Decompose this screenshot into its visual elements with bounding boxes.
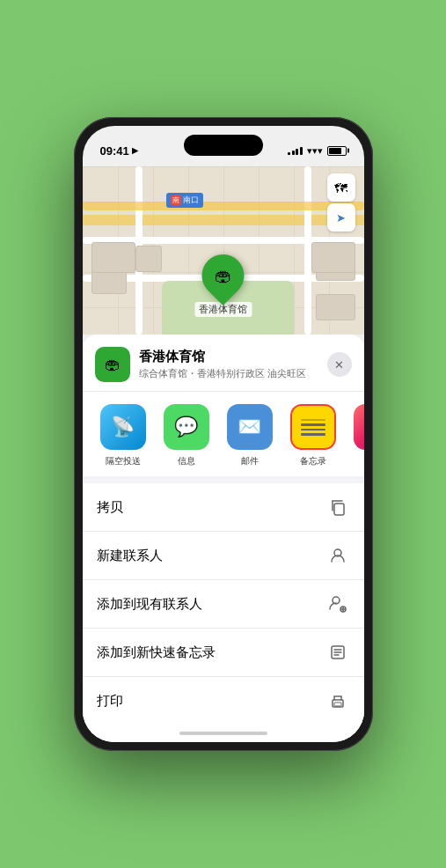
airdrop-label: 隔空投送 <box>106 455 141 467</box>
signal-bars <box>288 146 303 155</box>
new-contact-icon <box>325 543 350 568</box>
messages-icon-wrap: 💬 <box>164 404 209 450</box>
share-item-messages[interactable]: 💬 信息 <box>155 404 218 467</box>
action-add-existing[interactable]: 添加到现有联系人 <box>83 580 364 629</box>
status-time: 09:41 ▶ <box>100 144 138 158</box>
location-button[interactable]: ➤ <box>327 203 355 232</box>
map-view-icon: 🗺 <box>334 180 347 195</box>
copy-icon <box>325 495 350 519</box>
print-icon <box>325 688 350 713</box>
home-indicator <box>83 725 364 742</box>
phone-screen: 09:41 ▶ ▾▾▾ <box>83 126 364 742</box>
venue-emoji: 🏟 <box>105 356 121 374</box>
battery-icon <box>327 146 347 156</box>
share-item-airdrop[interactable]: 📡 隔空投送 <box>91 404 155 467</box>
svg-rect-6 <box>334 702 341 706</box>
venue-desc: 综合体育馆・香港特别行政区 油尖旺区 <box>139 367 327 380</box>
venue-pin[interactable]: 🏟 香港体育馆 <box>194 254 252 317</box>
location-icon: ▶ <box>132 146 138 155</box>
map-view-button[interactable]: 🗺 <box>327 173 355 202</box>
share-item-mail[interactable]: ✉️ 邮件 <box>218 404 281 467</box>
close-button[interactable]: ✕ <box>327 352 352 377</box>
action-list: 拷贝 新建联系人 <box>83 483 364 725</box>
map-area-label: 南 南口 <box>166 193 203 208</box>
home-bar <box>179 732 267 735</box>
close-icon: ✕ <box>334 358 344 371</box>
share-row: 📡 隔空投送 💬 信息 ✉️ 邮件 <box>83 391 364 476</box>
action-copy[interactable]: 拷贝 <box>83 483 364 532</box>
add-existing-icon <box>325 592 350 616</box>
print-label: 打印 <box>97 693 123 710</box>
more-icon-wrap <box>354 404 364 450</box>
action-add-note[interactable]: 添加到新快速备忘录 <box>83 629 364 677</box>
venue-name: 香港体育馆 <box>139 349 327 365</box>
notes-lines <box>301 419 325 436</box>
dynamic-island <box>184 135 263 156</box>
mail-icon: ✉️ <box>238 416 261 438</box>
location-arrow-icon: ➤ <box>336 211 346 224</box>
venue-info: 香港体育馆 综合体育馆・香港特别行政区 油尖旺区 <box>139 349 327 380</box>
action-print[interactable]: 打印 <box>83 677 364 725</box>
action-new-contact[interactable]: 新建联系人 <box>83 532 364 580</box>
airdrop-icon-wrap: 📡 <box>100 404 146 450</box>
messages-icon: 💬 <box>174 416 198 438</box>
airdrop-icon: 📡 <box>111 416 135 438</box>
phone-frame: 09:41 ▶ ▾▾▾ <box>74 117 373 751</box>
wifi-icon: ▾▾▾ <box>307 145 323 157</box>
share-item-more[interactable]: 推 <box>345 404 364 467</box>
messages-label: 信息 <box>178 455 195 467</box>
bottom-sheet: 🏟 香港体育馆 综合体育馆・香港特别行政区 油尖旺区 ✕ 📡 隔空投送 <box>83 335 364 742</box>
pin-icon: 🏟 <box>215 266 232 286</box>
new-contact-label: 新建联系人 <box>97 548 163 564</box>
venue-icon-small: 🏟 <box>95 347 130 382</box>
notes-icon-wrap <box>290 404 336 450</box>
sheet-header: 🏟 香港体育馆 综合体育馆・香港特别行政区 油尖旺区 ✕ <box>83 335 364 391</box>
map-area: 南 南口 🏟 香港体育馆 🗺 ➤ <box>83 166 364 335</box>
notes-label: 备忘录 <box>300 455 326 467</box>
mail-label: 邮件 <box>241 455 259 467</box>
status-icons: ▾▾▾ <box>288 145 347 157</box>
mail-icon-wrap: ✉️ <box>227 404 273 450</box>
svg-rect-0 <box>334 504 344 515</box>
map-controls: 🗺 ➤ <box>327 173 355 232</box>
add-note-label: 添加到新快速备忘录 <box>97 644 216 661</box>
share-item-notes[interactable]: 备忘录 <box>281 404 345 467</box>
add-note-icon <box>325 640 350 665</box>
copy-label: 拷贝 <box>97 499 123 516</box>
add-existing-label: 添加到现有联系人 <box>97 596 202 613</box>
